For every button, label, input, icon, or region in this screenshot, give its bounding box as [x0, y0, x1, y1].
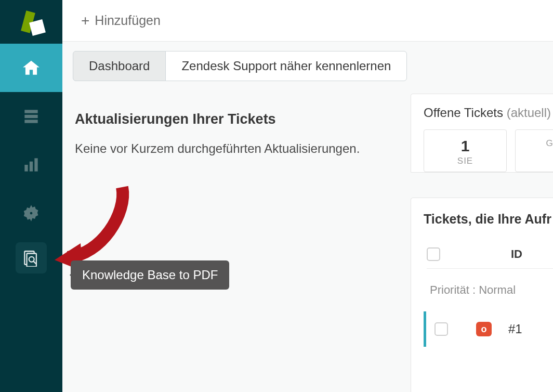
attention-tickets-panel: Tickets, die Ihre Aufr ID Be Priorität :… [411, 198, 553, 392]
stat-you-label: SIE [424, 156, 506, 166]
tab-learn-support[interactable]: Zendesk Support näher kennenlernen [165, 51, 407, 81]
open-tickets-title: Offene Tickets (aktuell) [424, 106, 553, 120]
tickets-table-head: ID Be [427, 247, 553, 269]
gear-icon [21, 203, 41, 223]
svg-rect-1 [24, 114, 37, 117]
stat-group-label: GRU [516, 138, 553, 149]
sidebar [0, 0, 62, 392]
select-all-checkbox[interactable] [427, 247, 440, 261]
priority-group-label: Priorität : Normal [430, 283, 553, 297]
column-id: ID [511, 247, 522, 261]
nav-admin[interactable] [0, 189, 62, 237]
row-checkbox[interactable] [434, 322, 448, 336]
tab-row: Dashboard Zendesk Support näher kennenle… [73, 51, 553, 81]
nav-reports[interactable] [0, 140, 62, 189]
open-tickets-panel: Offene Tickets (aktuell) 1 SIE GRU [411, 94, 553, 173]
plus-icon: + [81, 14, 89, 28]
svg-rect-4 [30, 161, 33, 171]
svg-rect-5 [34, 158, 37, 171]
add-label: Hinzufügen [95, 13, 160, 28]
stat-you-count: 1 [424, 137, 506, 155]
stat-card-group[interactable]: GRU [515, 129, 553, 172]
svg-rect-0 [24, 110, 37, 113]
search-document-icon [22, 249, 40, 267]
updates-empty-text: Keine vor Kurzem durchgeführten Aktualis… [75, 139, 366, 158]
nav-knowledge-base-pdf[interactable] [16, 242, 47, 273]
table-row[interactable]: o #1 Be [424, 311, 553, 347]
views-icon [21, 107, 41, 126]
nav-views[interactable] [0, 92, 62, 140]
attention-title: Tickets, die Ihre Aufr [424, 212, 553, 227]
open-tickets-suffix: (aktuell) [507, 106, 551, 120]
kb-pdf-tooltip: Knowledge Base to PDF [71, 260, 229, 290]
svg-rect-3 [24, 165, 28, 172]
open-tickets-title-text: Offene Tickets [424, 106, 503, 120]
add-button[interactable]: + Hinzufügen [81, 13, 161, 28]
svg-point-6 [29, 211, 34, 216]
svg-rect-8 [27, 254, 36, 267]
bar-chart-icon [21, 155, 41, 175]
stat-card-you[interactable]: 1 SIE [424, 129, 507, 172]
tab-dashboard[interactable]: Dashboard [73, 51, 166, 81]
topbar: + Hinzufügen [62, 0, 553, 42]
svg-rect-2 [24, 120, 37, 123]
zendesk-logo [18, 10, 44, 36]
status-badge: o [476, 322, 492, 336]
nav-home[interactable] [0, 44, 62, 92]
ticket-id: #1 [508, 322, 522, 336]
home-icon [21, 58, 41, 78]
